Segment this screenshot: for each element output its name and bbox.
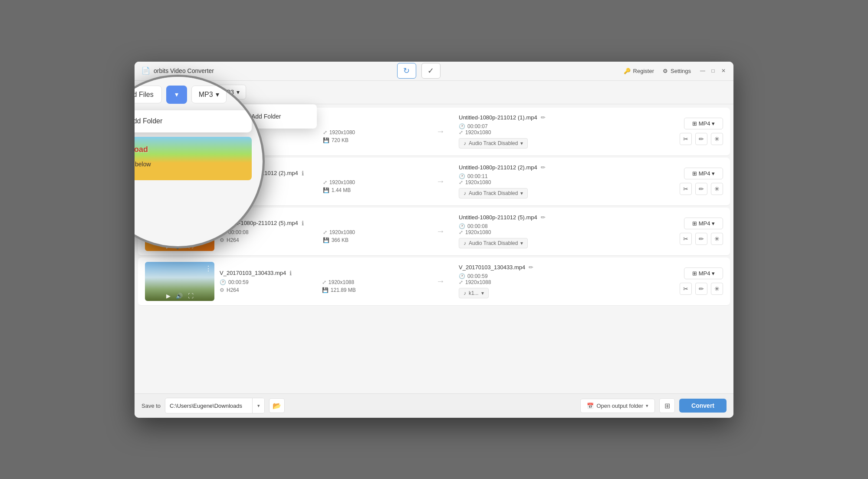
- out-resolution: 1920x1080: [465, 229, 491, 235]
- out-clock-icon: 🕐: [459, 273, 465, 279]
- open-output-folder-button[interactable]: 📅 Open output folder ▾: [580, 399, 655, 413]
- settings-button[interactable]: ⚙ Settings: [663, 68, 691, 74]
- audio-track-badge[interactable]: ♪ Audio Track Disabled ▾: [459, 138, 528, 149]
- edit-button[interactable]: ✏: [695, 183, 707, 195]
- resolution: 1920x1080: [329, 179, 355, 185]
- format-chevron: ▾: [712, 120, 715, 127]
- mag-add-folder-item[interactable]: 📁 Add Folder: [135, 110, 252, 132]
- format-grid-icon: ⊞: [692, 170, 697, 177]
- resize-icon: ⤢: [323, 229, 327, 235]
- arrow-icon: →: [436, 276, 445, 286]
- audio-chevron-icon: ▾: [520, 190, 523, 196]
- fx-button[interactable]: ✳: [711, 283, 723, 295]
- audio-track-badge[interactable]: ♪ k1... ▾: [459, 288, 489, 298]
- convert-button[interactable]: Convert: [679, 399, 727, 413]
- audio-track-label: k1...: [469, 290, 479, 296]
- path-value: C:\Users\Eugene\Downloads: [165, 398, 252, 413]
- fx-button[interactable]: ✳: [711, 133, 723, 145]
- format-chevron: ▾: [712, 220, 715, 227]
- minimize-button[interactable]: —: [700, 68, 706, 74]
- format-value: MP4: [699, 220, 710, 227]
- mag-format-button[interactable]: MP3 ▾: [191, 86, 227, 103]
- register-label: Register: [633, 68, 654, 74]
- out-duration: 00:00:11: [467, 173, 488, 179]
- refresh-icon: ↻: [403, 66, 410, 76]
- mag-video-title: DownloadNOW: [135, 145, 148, 163]
- out-clock-icon: 🕐: [459, 173, 465, 179]
- out-clock-icon: 🕐: [459, 223, 465, 229]
- magnifier-overlay: 📄 Add Files ▾ MP3 ▾ 📁 Add Folder: [135, 75, 265, 248]
- bottom-bar: Save to C:\Users\Eugene\Downloads ▾ 📂 📅 …: [135, 393, 733, 418]
- audio-track-label: Audio Track Disabled: [469, 190, 518, 196]
- output-info: Untitled-1080p-211012 (5).mp4 ✏ 🕐00:00:0…: [454, 214, 667, 248]
- mag-format-arrow: ▾: [216, 90, 219, 99]
- volume-button[interactable]: 🔊: [176, 293, 183, 299]
- format-select[interactable]: ⊞ MP4 ▾: [684, 268, 723, 279]
- path-chevron-button[interactable]: ▾: [252, 398, 264, 413]
- resolution: 1920x1080: [329, 229, 355, 235]
- music-icon: ♪: [464, 290, 466, 296]
- format-select[interactable]: ⊞ MP4 ▾: [684, 168, 723, 179]
- edit-button[interactable]: ✏: [695, 283, 707, 295]
- output-info: Untitled-1080p-211012 (2).mp4 ✏ 🕐00:00:1…: [454, 164, 667, 198]
- storage-icon: 💾: [322, 287, 329, 293]
- format-chevron: ▾: [712, 170, 715, 177]
- output-name: V_20170103_130433.mp4: [459, 264, 525, 271]
- cut-button[interactable]: ✂: [680, 133, 692, 145]
- browse-folder-button[interactable]: 📂: [269, 398, 285, 413]
- action-icons: ✂ ✏ ✳: [680, 133, 723, 145]
- folder-open-icon: 📂: [273, 402, 281, 410]
- gear-icon: ⚙: [663, 68, 668, 74]
- edit-icon[interactable]: ✏: [529, 264, 533, 271]
- edit-icon[interactable]: ✏: [541, 114, 546, 121]
- fx-button[interactable]: ✳: [711, 233, 723, 245]
- cut-button[interactable]: ✂: [680, 233, 692, 245]
- audio-track-label: Audio Track Disabled: [469, 240, 518, 246]
- cut-button[interactable]: ✂: [680, 283, 692, 295]
- output-info: V_20170103_130433.mp4 ✏ 🕐00:00:59 ⤢1920x…: [454, 264, 667, 298]
- mag-video-thumb: DownloadNOW ng a link below: [135, 137, 252, 180]
- close-button[interactable]: ✕: [720, 68, 727, 74]
- mag-add-files-button[interactable]: 📄 Add Files: [135, 86, 162, 103]
- format-select[interactable]: ⊞ MP4 ▾: [684, 118, 723, 129]
- fx-button[interactable]: ✳: [711, 183, 723, 195]
- format-value: MP4: [699, 270, 710, 277]
- out-resize-icon: ⤢: [459, 129, 463, 135]
- info-icon[interactable]: ℹ: [289, 270, 292, 277]
- arrow-col: →: [427, 126, 454, 136]
- magnifier-circle: 📄 Add Files ▾ MP3 ▾ 📁 Add Folder: [135, 75, 265, 248]
- file-name: V_20170103_130433.mp4: [220, 270, 286, 276]
- file-size: 121.89 MB: [331, 287, 356, 293]
- edit-button[interactable]: ✏: [695, 233, 707, 245]
- maximize-button[interactable]: □: [710, 68, 716, 74]
- audio-chevron-icon: ▾: [520, 240, 523, 246]
- mag-dropdown-button[interactable]: ▾: [166, 86, 187, 104]
- out-duration: 00:00:07: [467, 123, 488, 129]
- magnifier-content: 📄 Add Files ▾ MP3 ▾ 📁 Add Folder: [135, 77, 263, 246]
- check-icon: ✓: [427, 66, 434, 76]
- info-icon[interactable]: ℹ: [302, 170, 304, 177]
- edit-button[interactable]: ✏: [695, 133, 707, 145]
- play-button[interactable]: ▶: [166, 293, 171, 299]
- codec-icon: ⚙: [220, 287, 224, 293]
- cut-button[interactable]: ✂: [680, 183, 692, 195]
- register-button[interactable]: 🔑 Register: [624, 68, 654, 74]
- audio-track-badge[interactable]: ♪ Audio Track Disabled ▾: [459, 238, 528, 248]
- audio-chevron-icon: ▾: [520, 140, 523, 146]
- output-name: Untitled-1080p-211012 (2).mp4: [459, 164, 537, 171]
- grid-view-button[interactable]: ⊞: [659, 398, 675, 413]
- fullscreen-button[interactable]: ⛶: [188, 293, 194, 299]
- check-button[interactable]: ✓: [421, 63, 441, 79]
- more-button[interactable]: ⋮: [205, 264, 212, 273]
- edit-icon[interactable]: ✏: [541, 164, 546, 171]
- output-folder-chevron: ▾: [646, 403, 648, 409]
- info-icon[interactable]: ℹ: [302, 220, 304, 227]
- mag-format-label: MP3: [199, 91, 213, 99]
- grid-icon: ⊞: [664, 402, 670, 410]
- edit-icon[interactable]: ✏: [541, 214, 546, 221]
- format-grid-icon: ⊞: [692, 270, 697, 277]
- file-size: 720 KB: [332, 137, 349, 143]
- format-select[interactable]: ⊞ MP4 ▾: [684, 218, 723, 229]
- refresh-button[interactable]: ↻: [397, 63, 416, 79]
- audio-track-badge[interactable]: ♪ Audio Track Disabled ▾: [459, 188, 528, 198]
